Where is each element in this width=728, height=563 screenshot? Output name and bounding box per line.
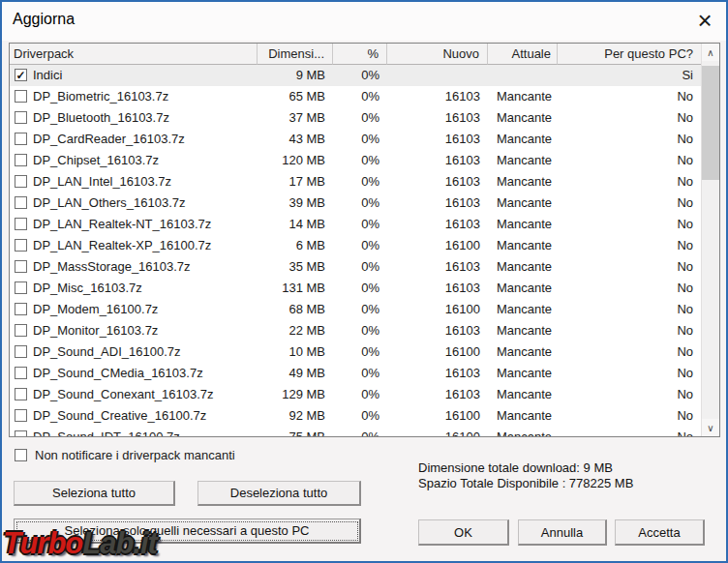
driverpack-name: DP_Monitor_16103.7z (33, 323, 158, 338)
for-this-pc-cell: No (558, 363, 701, 384)
checkbox-box[interactable] (15, 449, 27, 461)
table-row[interactable]: DP_MassStorage_16103.7z35 MB0%16103Manca… (10, 256, 701, 278)
table-row[interactable]: DP_Sound_Conexant_16103.7z129 MB0%16103M… (10, 384, 701, 405)
table-row[interactable]: DP_LAN_Realtek-XP_16100.7z6 MB0%16100Man… (10, 235, 701, 256)
ok-button[interactable]: OK (418, 519, 509, 546)
driverpack-cell: DP_Sound_Conexant_16103.7z (10, 384, 258, 405)
table-row[interactable]: DP_Modem_16100.7z68 MB0%16100MancanteNo (10, 299, 701, 320)
driverpack-name: DP_LAN_Realtek-XP_16100.7z (33, 238, 211, 252)
table-row[interactable]: DP_Chipset_16103.7z120 MB0%16103Mancante… (10, 150, 701, 171)
driverpack-name: DP_LAN_Intel_16103.7z (33, 174, 171, 189)
row-checkbox[interactable] (15, 154, 27, 166)
table-row[interactable]: DP_Sound_CMedia_16103.7z49 MB0%16103Manc… (10, 363, 701, 384)
row-checkbox[interactable] (15, 303, 27, 315)
for-this-pc-cell: No (558, 193, 701, 214)
percent-cell: 0% (333, 363, 387, 384)
driverpack-cell: DP_Sound_IDT_16100.7z (10, 427, 258, 436)
for-this-pc-cell: No (558, 214, 701, 235)
size-cell: 35 MB (258, 256, 333, 278)
percent-cell: 0% (333, 193, 387, 214)
scroll-thumb[interactable] (702, 66, 719, 180)
current-version-cell: Mancante (488, 341, 558, 363)
current-version-cell: Mancante (488, 427, 558, 436)
deselect-all-button[interactable]: Deseleziona tutto (197, 481, 361, 506)
table-row[interactable]: DP_CardReader_16103.7z43 MB0%16103Mancan… (10, 129, 701, 150)
new-version-cell: 16103 (387, 363, 488, 384)
for-this-pc-cell: No (558, 427, 701, 436)
column-header-nuovo[interactable]: Nuovo (387, 44, 488, 65)
row-checkbox[interactable] (15, 430, 27, 436)
window-title: Aggiorna (13, 11, 75, 28)
current-version-cell: Mancante (488, 299, 558, 320)
column-header-pct[interactable]: % (333, 44, 387, 65)
scroll-down-button[interactable]: ∨ (702, 419, 719, 436)
size-cell: 22 MB (258, 320, 333, 341)
new-version-cell: 16103 (387, 86, 488, 107)
row-checkbox[interactable] (15, 239, 27, 252)
row-checkbox[interactable] (15, 90, 27, 103)
accept-button[interactable]: Accetta (615, 519, 705, 546)
table-row[interactable]: DP_Sound_IDT_16100.7z75 MB0%16100Mancant… (10, 427, 701, 436)
size-cell: 65 MB (258, 86, 333, 107)
driverpack-name: DP_Sound_Conexant_16103.7z (33, 387, 213, 401)
row-checkbox[interactable] (15, 409, 27, 422)
scroll-track[interactable] (702, 180, 719, 419)
row-checkbox[interactable] (15, 175, 27, 188)
current-version-cell: Mancante (488, 150, 558, 171)
table-row[interactable]: DP_Bluetooth_16103.7z37 MB0%16103Mancant… (10, 107, 701, 129)
new-version-cell (387, 65, 488, 86)
row-checkbox[interactable] (15, 388, 27, 400)
table-row[interactable]: DP_LAN_Realtek-NT_16103.7z14 MB0%16103Ma… (10, 214, 701, 235)
cancel-button[interactable]: Annulla (518, 519, 607, 546)
row-checkbox[interactable] (15, 196, 27, 209)
current-version-cell: Mancante (488, 235, 558, 256)
table-row[interactable]: DP_Biometric_16103.7z65 MB0%16103Mancant… (10, 86, 701, 107)
for-this-pc-cell: No (558, 299, 701, 320)
new-version-cell: 16103 (387, 384, 488, 405)
table-row[interactable]: DP_Monitor_16103.7z22 MB0%16103MancanteN… (10, 320, 701, 341)
select-all-button[interactable]: Seleziona tutto (14, 481, 175, 506)
row-checkbox[interactable] (15, 345, 27, 358)
scroll-up-button[interactable]: ∧ (702, 44, 719, 61)
current-version-cell: Mancante (488, 129, 558, 150)
list-header: DriverpackDimensi...%NuovoAttualePer que… (10, 44, 701, 65)
notify-missing-label: Non notificare i driverpack mancanti (35, 448, 235, 462)
row-checkbox[interactable] (15, 324, 27, 337)
row-checkbox[interactable] (15, 218, 27, 230)
table-row[interactable]: DP_Sound_Creative_16100.7z92 MB0%16100Ma… (10, 405, 701, 427)
column-header-att[interactable]: Attuale (488, 44, 558, 65)
driverpack-name: DP_Chipset_16103.7z (33, 153, 159, 167)
column-header-pc[interactable]: Per questo PC? (558, 44, 701, 65)
close-button[interactable]: × (689, 6, 720, 35)
percent-cell: 0% (333, 405, 387, 427)
percent-cell: 0% (333, 214, 387, 235)
row-checkbox[interactable] (15, 111, 27, 124)
row-checkbox[interactable] (15, 133, 27, 145)
table-row[interactable]: ✓Indici9 MB0%Si (10, 65, 701, 86)
size-cell: 17 MB (258, 171, 333, 193)
row-checkbox[interactable]: ✓ (15, 69, 27, 81)
table-row[interactable]: DP_LAN_Intel_16103.7z17 MB0%16103Mancant… (10, 171, 701, 193)
row-checkbox[interactable] (15, 260, 27, 273)
driverpack-cell: DP_Biometric_16103.7z (10, 86, 258, 107)
table-row[interactable]: DP_LAN_Others_16103.7z39 MB0%16103Mancan… (10, 193, 701, 214)
percent-cell: 0% (333, 150, 387, 171)
percent-cell: 0% (333, 107, 387, 129)
new-version-cell: 16103 (387, 171, 488, 193)
size-cell: 9 MB (258, 65, 333, 86)
vertical-scrollbar[interactable]: ∧ ∨ (701, 44, 719, 436)
driverpack-cell: DP_Monitor_16103.7z (10, 320, 258, 341)
for-this-pc-cell: Si (558, 65, 701, 86)
new-version-cell: 16100 (387, 299, 488, 320)
for-this-pc-cell: No (558, 384, 701, 405)
row-checkbox[interactable] (15, 367, 27, 379)
driverpack-name: DP_LAN_Others_16103.7z (33, 195, 186, 210)
new-version-cell: 16100 (387, 341, 488, 363)
notify-missing-checkbox[interactable]: Non notificare i driverpack mancanti (14, 448, 235, 462)
column-header-name[interactable]: Driverpack (10, 44, 258, 65)
row-checkbox[interactable] (15, 282, 27, 294)
size-cell: 92 MB (258, 405, 333, 427)
column-header-dim[interactable]: Dimensi... (258, 44, 333, 65)
table-row[interactable]: DP_Sound_ADI_16100.7z10 MB0%16100Mancant… (10, 341, 701, 363)
table-row[interactable]: DP_Misc_16103.7z131 MB0%16103MancanteNo (10, 278, 701, 299)
